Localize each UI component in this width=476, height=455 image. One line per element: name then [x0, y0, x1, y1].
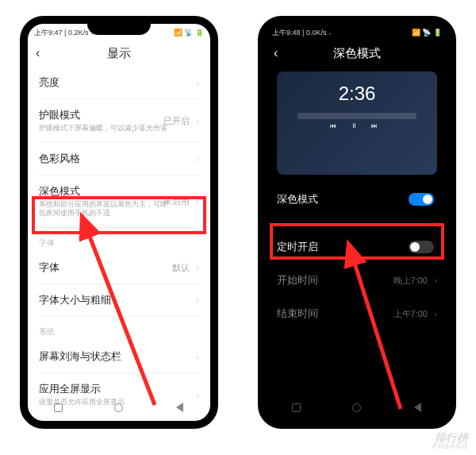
header: ‹ 深色模式 — [266, 40, 448, 67]
row-eyecare[interactable]: 护眼模式 护眼模式下屏幕偏暖，可以减少蓝光伤害 已开启 › — [39, 99, 199, 143]
android-navbar — [266, 397, 448, 418]
row-notchbar[interactable]: 屏幕刘海与状态栏 › — [39, 341, 199, 373]
darkmode-preview: 2:36 ⏮ ⏸ ⏭ — [277, 71, 437, 175]
android-navbar — [28, 397, 210, 418]
media-controls-icon: ⏮ ⏸ ⏭ — [298, 122, 416, 129]
row-brightness[interactable]: 亮度 › — [39, 67, 199, 99]
row-darkmode[interactable]: 深色模式 系统和部分应用的界面以黑色为主，可降低夜间使用手机的不适 未启用 › — [39, 175, 199, 228]
back-key[interactable] — [168, 402, 192, 413]
row-schedule-toggle[interactable]: 定时开启 — [277, 230, 437, 264]
chevron-right-icon: › — [196, 263, 199, 272]
watermark: 排行榜 PHBANG — [432, 432, 468, 450]
notch — [87, 22, 151, 35]
chevron-right-icon: › — [196, 295, 199, 305]
chevron-right-icon: › — [434, 276, 437, 285]
row-start-time[interactable]: 开始时间 晚上7:00 › — [277, 264, 437, 297]
home-key[interactable] — [107, 402, 131, 413]
section-font: 字体 — [39, 228, 199, 252]
chevron-right-icon: › — [434, 309, 437, 318]
chevron-right-icon: › — [196, 116, 199, 125]
back-icon[interactable]: ‹ — [274, 46, 278, 60]
row-fontsize[interactable]: 字体大小与粗细 › — [39, 284, 199, 317]
recent-key[interactable] — [284, 402, 308, 413]
home-key[interactable] — [345, 402, 369, 413]
row-darkmode-toggle[interactable]: 深色模式 — [277, 183, 437, 216]
chevron-right-icon: › — [196, 352, 199, 361]
row-font[interactable]: 字体 默认 › — [39, 252, 199, 284]
recent-key[interactable] — [46, 402, 70, 413]
phone-darkmode-settings: 上午9:48 | 0.0K/s ✕ 📶 📡 🔋 ‹ 深色模式 2:36 ⏮ ⏸ … — [258, 16, 456, 429]
chevron-right-icon: › — [196, 154, 199, 164]
phone-display-settings: 上午9:47 | 0.2K/s ✕ 📶 📡 🔋 ‹ 显示 亮度 › 护眼模式 护… — [20, 16, 218, 429]
page-title: 显示 — [107, 46, 131, 61]
notch — [325, 22, 389, 35]
row-colorstyle[interactable]: 色彩风格 › — [39, 143, 199, 175]
header: ‹ 显示 — [28, 40, 210, 67]
back-key[interactable] — [406, 402, 430, 413]
back-icon[interactable]: ‹ — [36, 46, 40, 60]
preview-clock: 2:36 — [339, 83, 376, 105]
toggle-on[interactable] — [409, 193, 434, 206]
section-system: 系统 — [39, 317, 199, 341]
chevron-right-icon: › — [196, 196, 199, 206]
row-end-time[interactable]: 结束时间 上午7:00 › — [277, 297, 437, 330]
chevron-right-icon: › — [196, 78, 199, 87]
toggle-off[interactable] — [409, 241, 434, 253]
page-title: 深色模式 — [333, 46, 381, 61]
